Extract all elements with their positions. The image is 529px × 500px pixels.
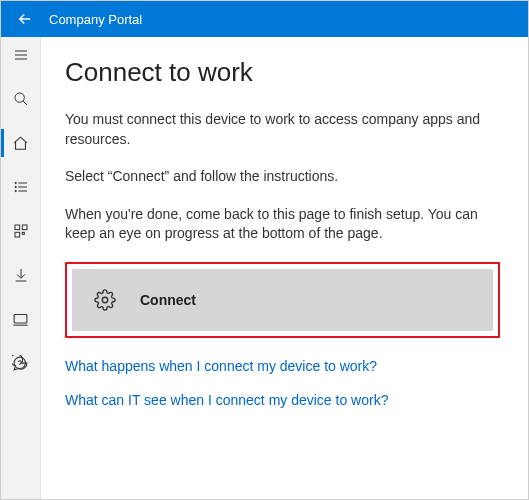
- link-what-it-sees[interactable]: What can IT see when I connect my device…: [65, 392, 500, 408]
- svg-rect-14: [22, 232, 24, 234]
- svg-point-8: [15, 182, 16, 183]
- svg-rect-13: [15, 232, 20, 237]
- svg-rect-11: [15, 225, 20, 230]
- intro-text-1: You must connect this device to work to …: [65, 110, 500, 149]
- back-arrow-icon: [16, 10, 34, 28]
- svg-point-3: [15, 93, 24, 102]
- download-icon[interactable]: [9, 263, 33, 287]
- connect-button[interactable]: Connect: [72, 269, 493, 331]
- svg-rect-16: [14, 314, 27, 323]
- list-icon[interactable]: [9, 175, 33, 199]
- titlebar: Company Portal: [1, 1, 528, 37]
- svg-point-9: [15, 186, 16, 187]
- device-icon[interactable]: [9, 307, 33, 331]
- back-button[interactable]: [9, 3, 41, 35]
- page-title: Connect to work: [65, 57, 500, 88]
- apps-icon[interactable]: [9, 219, 33, 243]
- link-what-happens[interactable]: What happens when I connect my device to…: [65, 358, 500, 374]
- svg-point-19: [102, 297, 108, 303]
- home-icon[interactable]: [9, 131, 33, 155]
- hamburger-icon[interactable]: [9, 43, 33, 67]
- intro-text-3: When you're done, come back to this page…: [65, 205, 500, 244]
- search-icon[interactable]: [9, 87, 33, 111]
- svg-point-10: [15, 190, 16, 191]
- sidebar: [1, 37, 41, 499]
- main-content: Connect to work You must connect this de…: [41, 37, 528, 499]
- highlight-annotation: Connect: [65, 262, 500, 338]
- svg-rect-12: [22, 225, 27, 230]
- connect-label: Connect: [140, 292, 196, 308]
- intro-text-2: Select “Connect” and follow the instruct…: [65, 167, 500, 187]
- svg-line-4: [23, 101, 27, 105]
- app-title: Company Portal: [49, 12, 142, 27]
- gear-icon: [94, 289, 116, 311]
- support-icon[interactable]: [9, 351, 33, 375]
